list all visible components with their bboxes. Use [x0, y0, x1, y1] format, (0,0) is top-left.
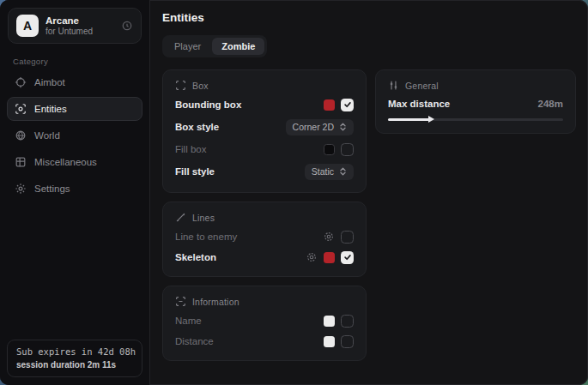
sidebar-item-miscellaneous[interactable]: Miscellaneous — [7, 150, 142, 174]
bounding-box-checkbox[interactable] — [341, 99, 354, 111]
distance-checkbox[interactable] — [341, 335, 354, 348]
check-icon — [343, 253, 352, 262]
setting-label: Box style — [175, 122, 219, 132]
subscription-info-card: Sub expires in 42d 08h session duration … — [7, 340, 142, 377]
lines-card: Lines Line to enemy — [162, 202, 367, 277]
lines-card-header: Lines — [175, 210, 354, 226]
sub-expiry-text: Sub expires in 42d 08h — [16, 346, 133, 357]
sliders-icon — [388, 80, 399, 91]
globe-icon — [15, 129, 27, 141]
settings-gear-icon[interactable] — [306, 251, 318, 263]
refresh-icon[interactable] — [121, 20, 133, 32]
sidebar-item-label: Entities — [34, 104, 67, 114]
name-checkbox[interactable] — [341, 315, 354, 328]
color-swatch-white[interactable] — [324, 316, 335, 327]
scan-corners-icon — [175, 80, 186, 91]
color-swatch-black[interactable] — [324, 144, 335, 155]
sidebar-item-entities[interactable]: Entities — [7, 97, 142, 121]
information-card-title: Information — [192, 297, 239, 307]
box-card-title: Box — [192, 81, 209, 91]
sidebar-item-label: Aimbot — [34, 77, 65, 87]
information-card: Information Name Distance — [162, 286, 367, 361]
app-logo-card: A Arcane for Untumed — [8, 8, 142, 44]
color-swatch-red[interactable] — [324, 252, 335, 263]
gear-icon — [15, 183, 27, 195]
slider-fill — [388, 118, 430, 121]
setting-label: Skeleton — [175, 252, 216, 262]
general-card-header: General — [388, 78, 563, 94]
diagonal-line-icon — [175, 212, 186, 223]
box-style-select[interactable]: Corner 2D — [286, 119, 354, 135]
scan-text-icon — [175, 296, 186, 307]
sidebar-nav: Aimbot Entities World — [0, 70, 149, 201]
sidebar-item-label: World — [34, 130, 60, 141]
chevrons-up-down-icon — [339, 167, 347, 176]
settings-content: Box Bounding box — [162, 69, 576, 361]
check-icon — [343, 100, 352, 109]
page-title: Entities — [162, 11, 576, 24]
setting-row-fill-style: Fill style Static — [175, 159, 354, 183]
setting-label: Bounding box — [175, 99, 241, 110]
fill-style-select[interactable]: Static — [305, 164, 354, 180]
box-card-header: Box — [175, 78, 354, 94]
setting-label: Fill box — [175, 144, 206, 154]
general-card: General Max distance 248m — [375, 69, 576, 134]
left-column: Box Bounding box — [162, 69, 367, 361]
app-name: Arcane — [45, 15, 93, 26]
sidebar-item-label: Settings — [34, 183, 70, 194]
color-swatch-white[interactable] — [324, 336, 335, 347]
entity-tabs: Player Zombie — [162, 35, 267, 57]
tab-zombie[interactable]: Zombie — [212, 38, 264, 55]
max-distance-slider[interactable] — [388, 114, 563, 124]
app-logo: A — [16, 15, 39, 37]
fill-box-checkbox[interactable] — [341, 143, 354, 156]
sidebar-item-label: Miscellaneous — [34, 157, 97, 167]
setting-row-skeleton: Skeleton — [175, 247, 354, 268]
right-column: General Max distance 248m — [375, 69, 576, 134]
max-distance-value: 248m — [538, 99, 563, 109]
scan-entity-icon — [15, 103, 27, 115]
setting-label: Line to enemy — [175, 232, 237, 242]
select-value: Corner 2D — [293, 122, 334, 132]
max-distance-label: Max distance — [388, 99, 450, 109]
category-label: Category — [13, 57, 136, 66]
information-card-header: Information — [175, 294, 354, 310]
slider-thumb[interactable] — [428, 116, 434, 123]
session-duration-text: session duration 2m 11s — [16, 360, 133, 370]
app-window: A Arcane for Untumed Category Aimbot — [0, 0, 588, 385]
setting-label: Name — [175, 316, 202, 326]
app-title-block: Arcane for Untumed — [45, 15, 93, 36]
sidebar-item-settings[interactable]: Settings — [7, 177, 142, 201]
setting-label: Distance — [175, 336, 214, 346]
setting-row-name: Name — [175, 310, 354, 331]
setting-row-box-style: Box style Corner 2D — [175, 115, 354, 139]
skeleton-checkbox[interactable] — [341, 251, 354, 264]
sidebar-item-world[interactable]: World — [7, 123, 142, 147]
box-card: Box Bounding box — [162, 69, 367, 193]
line-to-enemy-checkbox[interactable] — [341, 231, 354, 244]
main-panel: Entities Player Zombie Box — [150, 0, 588, 385]
tab-player[interactable]: Player — [165, 38, 210, 55]
color-swatch-red[interactable] — [324, 99, 335, 111]
general-card-title: General — [405, 81, 439, 91]
setting-row-distance: Distance — [175, 331, 354, 352]
sidebar-item-aimbot[interactable]: Aimbot — [7, 70, 142, 94]
setting-row-line-to-enemy: Line to enemy — [175, 226, 354, 247]
chevrons-up-down-icon — [339, 123, 347, 131]
settings-gear-icon[interactable] — [323, 231, 335, 243]
app-subtitle: for Untumed — [45, 27, 93, 36]
setting-row-fill-box: Fill box — [175, 139, 354, 159]
crosshair-icon — [15, 76, 27, 88]
max-distance-row: Max distance 248m — [388, 94, 563, 109]
lines-card-title: Lines — [192, 213, 215, 223]
setting-row-bounding-box: Bounding box — [175, 94, 354, 115]
select-value: Static — [312, 166, 334, 177]
grid-icon — [15, 156, 27, 168]
sidebar: A Arcane for Untumed Category Aimbot — [0, 0, 150, 385]
setting-label: Fill style — [175, 166, 215, 177]
